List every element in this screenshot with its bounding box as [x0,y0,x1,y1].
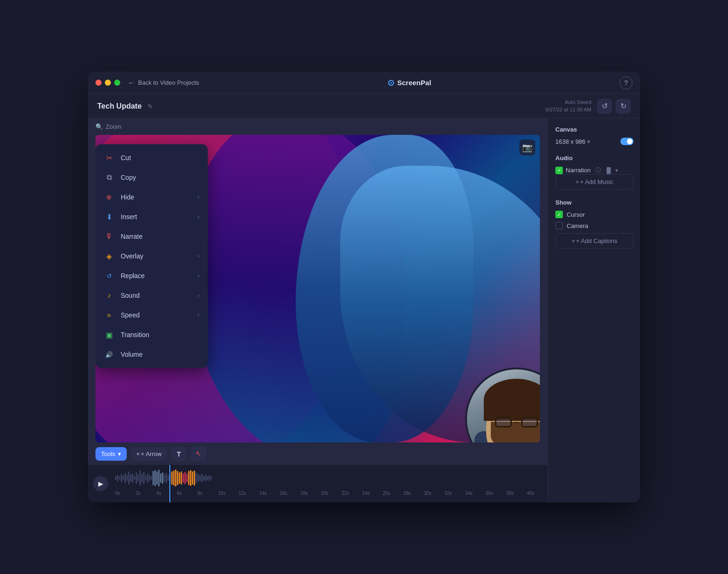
title-bar: ← Back to Video Projects ⊙ ScreenPal ? [88,72,640,94]
overlay-label: Overlay [121,252,143,260]
screenshot-icon: 📷 [522,142,532,153]
canvas-toggle[interactable] [620,138,633,145]
menu-item-insert[interactable]: ⬇ Insert › [95,207,208,227]
add-captions-button[interactable]: + + Add Captions [555,233,633,249]
menu-item-hide[interactable]: ⊗ Hide › [95,187,208,207]
camera-checkbox[interactable] [555,222,563,229]
sound-icon: ♪ [104,290,114,301]
overlay-submenu-icon: › [197,253,199,259]
cursor-checkbox[interactable]: ✓ [555,211,563,218]
traffic-lights [95,80,120,86]
project-toolbar: Tech Update ✎ Auto Saved 9/27/22 at 11:3… [88,94,640,118]
app-window: ← Back to Video Projects ⊙ ScreenPal ? T… [88,72,640,502]
audio-title: Audio [555,155,633,162]
toolbar-right: Auto Saved 9/27/22 at 11:38 AM ↺ ↻ [546,99,631,114]
narration-chevron-icon[interactable]: ▾ [615,167,618,174]
cursor-tool-button[interactable]: ↖ [190,446,206,461]
ruler-mark-28: 28s [403,491,424,496]
timeline-playhead[interactable] [169,465,170,502]
undo-redo-group: ↺ ↻ [597,99,631,114]
editor-top-bar: 🔍 Zoom [88,118,547,135]
canvas-size-row: 1638 x 986 ▾ [555,138,633,145]
edit-project-name-icon[interactable]: ✎ [147,103,153,110]
insert-submenu-icon: › [197,213,199,220]
ruler-mark-18: 18s [300,491,321,496]
timeline-track[interactable]: 0s 2s 4s 6s 8s 10s 12s 14s 16s 18s 20s 2… [113,465,547,502]
menu-item-replace[interactable]: ↺ Replace › [95,266,208,286]
ruler-mark-40: 40s [527,491,547,496]
menu-item-volume[interactable]: 🔊 Volume [95,345,208,364]
ruler-mark-8: 8s [197,491,218,496]
transition-icon: ▣ [104,330,114,340]
close-button[interactable] [95,80,102,86]
back-button[interactable]: ← Back to Video Projects [128,79,199,87]
main-content: 🔍 Zoom ✂ [88,118,640,502]
ruler-mark-14: 14s [259,491,280,496]
camera-face [467,369,540,442]
add-music-button[interactable]: + + Add Music [555,174,633,190]
ruler-mark-32: 32s [444,491,465,496]
copy-label: Copy [121,174,136,181]
arrow-button[interactable]: + + Arrow [131,447,167,461]
narration-label: Narration [566,167,590,174]
undo-button[interactable]: ↺ [597,99,612,114]
overlay-icon: ◈ [104,251,114,261]
ruler-mark-26: 26s [383,491,403,496]
glasses [495,417,538,427]
screenpal-icon: ⊙ [387,78,394,88]
copy-icon: ⧉ [104,172,114,183]
sound-submenu-icon: › [197,292,199,299]
add-music-icon: + [575,178,579,185]
replace-icon: ↺ [104,271,114,281]
editor-area: 🔍 Zoom ✂ [88,118,547,502]
redo-button[interactable]: ↻ [616,99,631,114]
show-title: Show [555,199,633,206]
waveform-bars [113,467,547,488]
narration-checkbox[interactable]: ✓ [555,167,563,174]
menu-item-cut[interactable]: ✂ Cut [95,148,208,168]
menu-item-overlay[interactable]: ◈ Overlay › [95,246,208,266]
canvas-section: Canvas 1638 x 986 ▾ [555,126,633,145]
audio-bars-icon[interactable]: ▐▌ [604,167,612,174]
text-icon: T [177,450,181,458]
speed-submenu-icon: › [197,312,199,318]
menu-item-copy[interactable]: ⧉ Copy [95,168,208,187]
transition-label: Transition [121,331,149,339]
text-tool-button[interactable]: T [171,447,187,461]
menu-item-speed[interactable]: » Speed › [95,305,208,325]
narration-info-icon[interactable]: ⓘ [595,166,601,174]
add-captions-label: + Add Captions [576,237,618,244]
auto-saved-status: Auto Saved 9/27/22 at 11:38 AM [546,99,591,113]
hide-icon: ⊗ [104,192,114,202]
ruler-mark-34: 34s [465,491,486,496]
camera-row: Camera [555,222,633,229]
timeline: ▶ [88,465,547,502]
narration-row: ✓ Narration ⓘ ▐▌ ▾ [555,166,633,174]
add-music-label: + Add Music [580,178,613,185]
narrate-icon: 🎙 [104,231,114,242]
play-button[interactable]: ▶ [93,476,108,491]
help-icon: ? [624,79,628,87]
zoom-control[interactable]: 🔍 Zoom [95,123,121,130]
ruler-mark-12: 12s [239,491,259,496]
tools-button[interactable]: Tools ▾ [95,447,127,461]
volume-icon: 🔊 [104,349,114,360]
speed-label: Speed [121,311,139,319]
menu-item-narrate[interactable]: 🎙 Narrate [95,227,208,246]
help-button[interactable]: ? [619,76,633,89]
show-section: Show ✓ Cursor Camera + + Add Captions [555,199,633,249]
ruler-mark-4: 4s [156,491,177,496]
insert-label: Insert [121,213,137,221]
screenshot-button[interactable]: 📷 [519,140,535,155]
menu-item-sound[interactable]: ♪ Sound › [95,286,208,305]
play-button-area: ▶ [88,465,113,502]
cursor-row: ✓ Cursor [555,211,633,218]
ruler-mark-6: 6s [177,491,197,496]
fullscreen-button[interactable] [114,80,120,86]
canvas-dropdown-icon[interactable]: ▾ [587,138,590,145]
menu-item-transition[interactable]: ▣ Transition [95,325,208,345]
bottom-toolbar: Tools ▾ + + Arrow T ↖ [88,442,547,465]
speed-icon: » [104,310,114,320]
context-menu: ✂ Cut ⧉ Copy ⊗ Hide › ⬇ [95,144,208,368]
minimize-button[interactable] [105,80,111,86]
